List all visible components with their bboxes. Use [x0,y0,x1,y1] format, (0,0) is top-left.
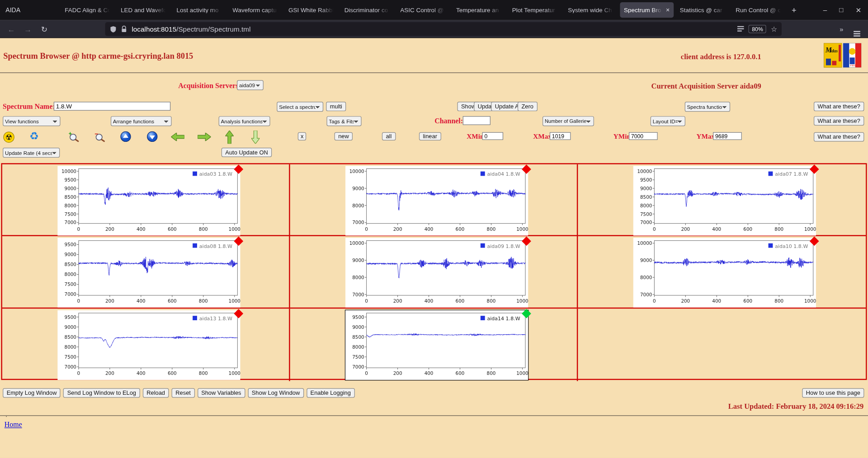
maximize-icon[interactable]: □ [839,6,843,14]
tab-fadc-align-co[interactable]: FADC Align & Co [61,2,115,18]
svg-text:0: 0 [653,298,656,304]
tab-lost-activity-mo[interactable]: Lost activity mo [173,2,226,18]
url-path: /Spectrum/Spectrum.tml [176,25,250,33]
gallery-cell-7: 7000750080008500900095000200400600800100… [2,308,290,381]
tab-led-and-wavefo[interactable]: LED and Wavefo [117,2,170,18]
url-text[interactable]: localhost:8015/Spectrum/Spectrum.tml [132,25,250,33]
acquisition-server-select[interactable]: aida09 [237,80,264,90]
overflow-chevron-icon[interactable]: » [835,23,848,35]
linear-button[interactable]: linear [419,132,441,140]
minimize-icon[interactable]: – [823,6,827,14]
spectrum-chart-aida03[interactable]: 7000750080008500900095001000002004006008… [57,166,240,235]
expand-y-down-icon[interactable] [146,131,157,142]
xmin-input[interactable] [482,132,504,140]
spectra-functions-dropdown[interactable]: Spectra functions [685,102,730,112]
zoom-out-icon[interactable]: − [94,131,106,142]
shift-up-icon[interactable] [225,131,233,144]
channel-input[interactable] [463,116,491,125]
spectrum-chart-aida14[interactable]: 7000750080008500900095000200400600800100… [345,310,528,380]
shield-icon[interactable] [109,25,117,33]
tab-discriminator-co[interactable]: Discriminator co [340,2,394,18]
what-are-these-button-1[interactable]: What are these? [814,102,864,111]
tab-spectrum-bro[interactable]: Spectrum Bro✕ [620,2,674,18]
radiation-source-icon[interactable]: ☢ [3,131,14,142]
tab-run-control-c[interactable]: Run Control @ c [732,2,786,18]
spectrum-chart-aida07[interactable]: 7000750080008500900095001000002004006008… [633,166,816,235]
what-are-these-button-3[interactable]: What are these? [814,132,864,142]
back-icon[interactable]: ← [5,23,18,35]
svg-text:9500: 9500 [65,177,76,182]
shift-down-icon[interactable] [251,131,259,144]
send-log-window-to-elog-button[interactable]: Send Log Window to ELog [63,388,140,398]
svg-text:400: 400 [712,226,721,232]
shift-right-icon[interactable] [198,133,211,141]
url-bar[interactable]: localhost:8015/Spectrum/Spectrum.tml 80%… [105,22,782,36]
tab-system-wide-ch[interactable]: System wide Ch [564,2,618,18]
spectrum-chart-aida04[interactable]: 7000800090001000002004006008001000aida04… [345,166,528,235]
ymin-input[interactable] [629,132,658,140]
ymax-input[interactable] [713,132,742,140]
spectrum-name-input[interactable] [54,102,170,111]
tab-plot-temperatur[interactable]: Plot Temperatur [508,2,562,18]
multi-button[interactable]: multi [326,102,346,111]
tags-fits-dropdown[interactable]: Tags & Fits [326,116,361,126]
svg-text:aida04 1.8.W: aida04 1.8.W [487,171,520,177]
tab-close-icon[interactable]: ✕ [665,7,670,13]
svg-text:7000: 7000 [65,220,76,225]
x-button[interactable]: x [298,132,307,140]
reader-mode-icon[interactable] [737,26,744,33]
auto-update-button[interactable]: Auto Update ON [222,148,272,157]
tab-label: Lost activity mo [177,7,223,14]
forward-icon[interactable]: → [21,23,34,35]
analysis-functions-dropdown[interactable]: Analysis functions [219,116,270,126]
what-are-these-button-2[interactable]: What are these? [814,116,864,126]
select-spectrum-dropdown[interactable]: Select a spectrum [277,102,323,112]
svg-text:9000: 9000 [65,252,76,257]
spectrum-chart-aida08[interactable]: 7000750080008500900095000200400600800100… [57,238,240,308]
menu-hamburger-icon[interactable] [850,23,863,35]
shift-left-icon[interactable] [171,133,184,141]
window-close-icon[interactable]: ✕ [855,6,861,14]
svg-text:aida13 1.8.W: aida13 1.8.W [199,316,232,322]
view-functions-dropdown[interactable]: View functions [3,116,60,126]
all-button[interactable]: all [382,132,396,140]
zero-button[interactable]: Zero [518,102,538,111]
xmax-input[interactable] [550,132,571,140]
svg-text:9500: 9500 [352,314,364,320]
spectrum-chart-aida10[interactable]: 7000800090001000002004006008001000aida10… [633,238,816,308]
update-rate-dropdown[interactable]: Update Rate (4 secs) [3,148,60,158]
svg-text:200: 200 [105,226,114,232]
number-of-galleries-dropdown[interactable]: Number of Galleries [542,116,594,126]
tab-statistics-car[interactable]: Statistics @ car [676,2,730,18]
svg-text:1000: 1000 [804,226,816,232]
svg-text:0: 0 [365,370,368,376]
empty-log-window-button[interactable]: Empty Log Window [3,388,61,398]
reload-button[interactable]: Reload [143,388,169,398]
show-log-window-button[interactable]: Show Log Window [248,388,304,398]
tab-temperature-an[interactable]: Temperature an [452,2,506,18]
reload-icon[interactable]: ↻ [38,23,51,35]
new-button[interactable]: new [335,132,353,140]
connection-lock-icon[interactable] [121,25,127,33]
how-to-use-button[interactable]: How to use this page [802,388,864,398]
arrange-functions-dropdown[interactable]: Arrange functions [111,116,172,126]
zoom-level-badge[interactable]: 80% [749,25,766,33]
spectrum-chart-aida09[interactable]: 7000800090001000002004006008001000aida09… [345,238,528,308]
expand-y-up-icon[interactable] [120,131,131,142]
new-tab-button[interactable]: + [787,5,802,15]
bookmark-star-icon[interactable]: ☆ [771,25,777,33]
enable-logging-button[interactable]: Enable Logging [307,388,355,398]
svg-text:9500: 9500 [65,314,76,320]
zoom-in-icon[interactable]: + [68,131,80,142]
svg-text:8000: 8000 [65,344,76,350]
refresh-recycle-icon[interactable]: ♻ [29,131,39,141]
home-link[interactable]: Home [5,421,22,430]
window-title: AIDA [0,7,33,14]
layout-id-dropdown[interactable]: Layout ID=8 [651,116,685,126]
tab-asic-control[interactable]: ASIC Control @ [396,2,450,18]
tab-waveform-captu[interactable]: Waveform captu [229,2,283,18]
show-variables-button[interactable]: Show Variables [198,388,245,398]
tab-gsi-white-rabbi[interactable]: GSI White Rabbi [284,2,338,18]
reset-button[interactable]: Reset [172,388,195,398]
spectrum-chart-aida13[interactable]: 7000750080008500900095000200400600800100… [57,310,240,380]
